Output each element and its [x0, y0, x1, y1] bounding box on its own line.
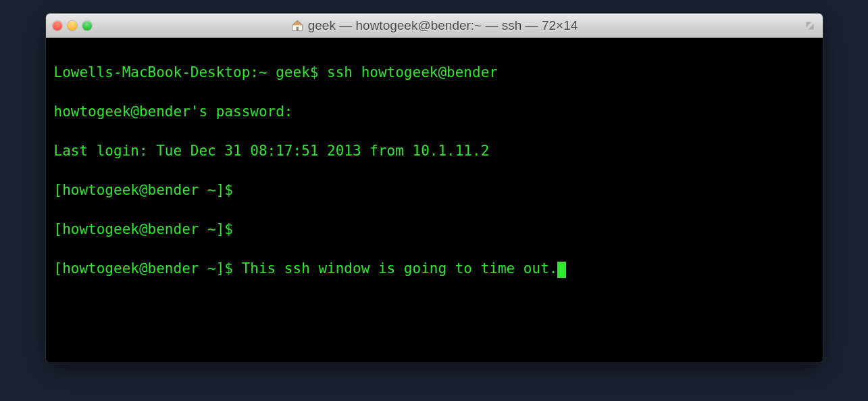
- terminal-text: [howtogeek@bender ~]$ This ssh window is…: [54, 260, 558, 277]
- terminal-line: [howtogeek@bender ~]$ This ssh window is…: [54, 259, 815, 279]
- svg-rect-0: [296, 26, 298, 30]
- minimize-button[interactable]: [68, 21, 77, 30]
- terminal-line: Last login: Tue Dec 31 08:17:51 2013 fro…: [54, 141, 815, 161]
- terminal-line: [howtogeek@bender ~]$: [54, 181, 815, 200]
- window-titlebar[interactable]: geek — howtogeek@bender:~ — ssh — 72×14: [46, 14, 823, 38]
- window-title-group: geek — howtogeek@bender:~ — ssh — 72×14: [290, 18, 578, 33]
- close-button[interactable]: [53, 21, 62, 30]
- terminal-window: geek — howtogeek@bender:~ — ssh — 72×14 …: [46, 14, 823, 362]
- fullscreen-icon[interactable]: [804, 21, 816, 30]
- terminal-line: howtogeek@bender's password:: [54, 102, 815, 122]
- terminal-content[interactable]: Lowells-MacBook-Desktop:~ geek$ ssh howt…: [46, 38, 823, 362]
- window-title: geek — howtogeek@bender:~ — ssh — 72×14: [308, 18, 578, 33]
- terminal-line: [howtogeek@bender ~]$: [54, 220, 815, 239]
- zoom-button[interactable]: [82, 21, 92, 30]
- terminal-cursor: [557, 262, 566, 278]
- terminal-line: Lowells-MacBook-Desktop:~ geek$ ssh howt…: [54, 63, 815, 82]
- traffic-lights: [53, 21, 92, 30]
- home-icon: [290, 19, 304, 32]
